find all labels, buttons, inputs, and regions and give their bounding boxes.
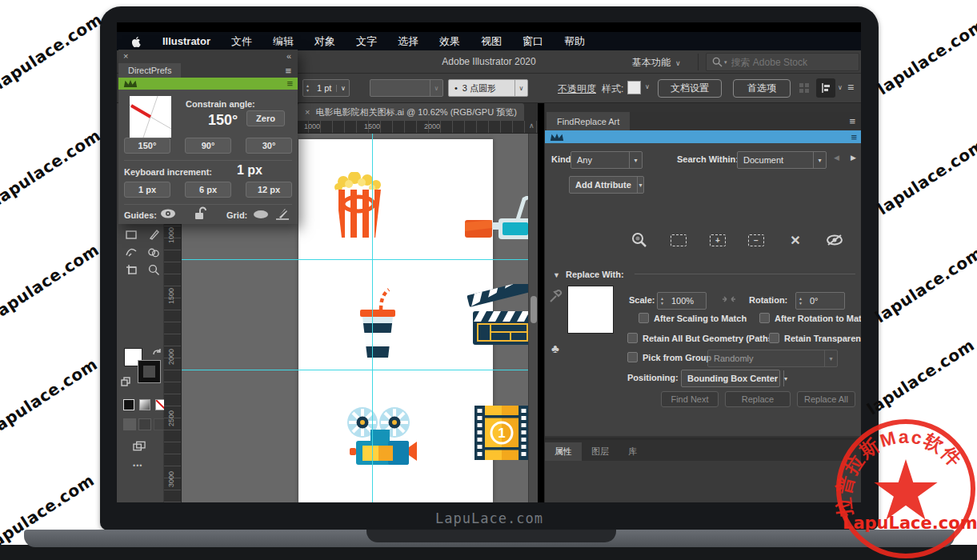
close-icon[interactable]: × — [123, 51, 128, 61]
subtract-from-selection-icon[interactable]: − — [747, 231, 766, 249]
hide-icon[interactable] — [825, 231, 844, 249]
tab-layers[interactable]: 图层 — [582, 442, 619, 461]
width-tool-icon[interactable] — [125, 246, 138, 258]
increment-12px-button[interactable]: 12 px — [246, 182, 292, 198]
menu-item-select[interactable]: 选择 — [398, 34, 418, 49]
retain-geometry-checkbox[interactable] — [627, 333, 638, 343]
rectangle-tool-icon[interactable] — [125, 228, 138, 241]
prev-result-icon[interactable]: ◀ — [834, 154, 839, 162]
zero-button[interactable]: Zero — [246, 110, 285, 126]
replace-button[interactable]: Replace — [725, 391, 791, 407]
stroke-weight-stepper[interactable]: ▲▼ 1 pt ∨ — [302, 79, 350, 97]
link-scale-rotation-icon[interactable] — [723, 294, 735, 306]
find-zoom-icon[interactable] — [630, 231, 649, 249]
menu-item-view[interactable]: 视图 — [481, 34, 502, 49]
collapse-icon[interactable]: « — [286, 51, 291, 61]
add-to-selection-icon[interactable]: + — [708, 231, 727, 249]
menu-item-help[interactable]: 帮助 — [564, 34, 585, 49]
apple-icon[interactable] — [131, 35, 142, 47]
angle-30-button[interactable]: 30° — [246, 138, 292, 154]
default-fill-stroke-icon[interactable] — [119, 375, 132, 388]
kind-dropdown[interactable]: Any ▾ — [571, 151, 643, 169]
search-within-dropdown[interactable]: Document ▾ — [737, 151, 827, 169]
vertical-guide[interactable] — [372, 134, 373, 502]
next-result-icon[interactable]: ▶ — [851, 154, 856, 162]
panel-menu-icon[interactable]: ≡ — [849, 115, 855, 127]
findreplace-tab[interactable]: FindReplace Art — [547, 112, 630, 130]
gradient-mode-swatch[interactable] — [139, 399, 150, 410]
profile-dropdown-icon[interactable]: ∨ — [515, 80, 527, 96]
style-swatch[interactable] — [627, 81, 641, 94]
panel-menu-icon[interactable]: ≡ — [286, 78, 293, 90]
draw-behind-button[interactable] — [138, 418, 151, 430]
list-options-icon[interactable]: ≡ — [847, 81, 854, 94]
variable-width-profile-dropdown[interactable]: •3 点圆形 ∨ — [448, 79, 528, 97]
edit-toolbar-icon[interactable]: ••• — [133, 462, 142, 470]
increment-1px-button[interactable]: 1 px — [124, 182, 170, 198]
find-next-button[interactable]: Find Next — [661, 391, 719, 407]
align-dropdown-icon[interactable]: ∨ — [838, 84, 843, 91]
guides-unlock-icon[interactable] — [194, 206, 206, 222]
stepper-up-icon[interactable]: ▲ — [306, 84, 310, 88]
vertical-scrollbar[interactable] — [528, 134, 538, 502]
clapperboard-artwork[interactable] — [466, 284, 537, 350]
club-symbol-icon[interactable]: ♣ — [551, 342, 559, 355]
pick-mode-dropdown[interactable]: Randomly ▾ — [707, 350, 838, 367]
pencil-tool-icon[interactable] — [147, 228, 160, 241]
disclosure-icon[interactable]: ▼ — [553, 271, 560, 279]
stepper-down-icon[interactable]: ▼ — [799, 302, 803, 306]
brush-dropdown[interactable]: ∨ — [370, 79, 443, 97]
film-projector-artwork[interactable] — [343, 406, 417, 471]
search-input[interactable] — [731, 57, 851, 68]
menu-item-window[interactable]: 窗口 — [523, 34, 543, 49]
replace-art-swatch[interactable] — [567, 286, 614, 334]
positioning-dropdown[interactable]: Bounding Box Center ▾ — [681, 370, 780, 387]
3d-glasses-artwork[interactable] — [463, 196, 535, 249]
panel-menu-icon[interactable]: ≡ — [851, 131, 857, 143]
retain-transparency-checkbox[interactable] — [769, 333, 779, 343]
stepper-down-icon[interactable]: ▼ — [306, 89, 310, 93]
tab-properties[interactable]: 属性 — [545, 442, 582, 461]
scale-stepper[interactable]: ▲▼ 100% — [657, 292, 707, 310]
grid-snap-off-icon[interactable] — [275, 206, 290, 222]
rotation-stepper[interactable]: ▲▼ 0° — [795, 292, 845, 310]
scroll-up-icon[interactable]: ∧ — [529, 122, 535, 130]
replace-all-button[interactable]: Replace All — [797, 391, 855, 407]
stroke-dropdown-icon[interactable]: ∨ — [336, 85, 349, 92]
stepper-down-icon[interactable]: ▼ — [660, 302, 664, 306]
document-setup-button[interactable]: 文档设置 — [658, 79, 722, 98]
workspace-switcher[interactable]: 基本功能 ∨ — [632, 56, 681, 70]
film-strip-artwork[interactable]: 1 — [473, 404, 531, 465]
stock-search-field[interactable]: ▾ — [706, 53, 859, 71]
document-tab[interactable]: × 电影电影院相关图标.ai @ 10.62% (RGB/GPU 预览) — [298, 103, 524, 121]
eyedropper-icon[interactable] — [550, 290, 563, 304]
drink-cup-artwork[interactable] — [354, 287, 401, 362]
color-mode-swatch[interactable] — [123, 399, 134, 410]
shape-builder-tool-icon[interactable] — [147, 246, 160, 258]
opacity-link[interactable]: 不透明度 — [558, 82, 596, 96]
angle-90-button[interactable]: 90° — [185, 138, 231, 154]
angle-150-button[interactable]: 150° — [124, 138, 170, 154]
panel-menu-icon[interactable]: ≡ — [285, 65, 291, 77]
swap-fill-stroke-icon[interactable] — [150, 346, 163, 359]
scrollbar-thumb[interactable] — [531, 296, 537, 323]
grid-hidden-eye-icon[interactable] — [253, 210, 269, 221]
popcorn-artwork[interactable] — [332, 172, 385, 242]
grid-dots-icon[interactable] — [799, 82, 810, 96]
close-icon[interactable]: × — [305, 107, 310, 117]
menu-item-edit[interactable]: 编辑 — [273, 34, 294, 49]
clear-icon[interactable]: ✕ — [786, 231, 805, 249]
zoom-tool-icon[interactable] — [147, 263, 160, 276]
increment-6px-button[interactable]: 6 px — [185, 182, 231, 198]
horizontal-guide[interactable] — [182, 259, 528, 260]
tab-libraries[interactable]: 库 — [619, 442, 647, 461]
draw-normal-button[interactable] — [123, 418, 136, 430]
after-scaling-checkbox[interactable] — [639, 313, 649, 323]
after-rotation-checkbox[interactable] — [759, 313, 770, 323]
guides-visibility-eye-icon[interactable] — [160, 208, 176, 221]
menu-item-effect[interactable]: 效果 — [439, 34, 460, 49]
preferences-button[interactable]: 首选项 — [733, 79, 791, 98]
style-dropdown-icon[interactable]: ∨ — [645, 83, 650, 90]
horizontal-guide[interactable] — [182, 370, 528, 370]
pick-from-group-checkbox[interactable] — [627, 352, 638, 362]
